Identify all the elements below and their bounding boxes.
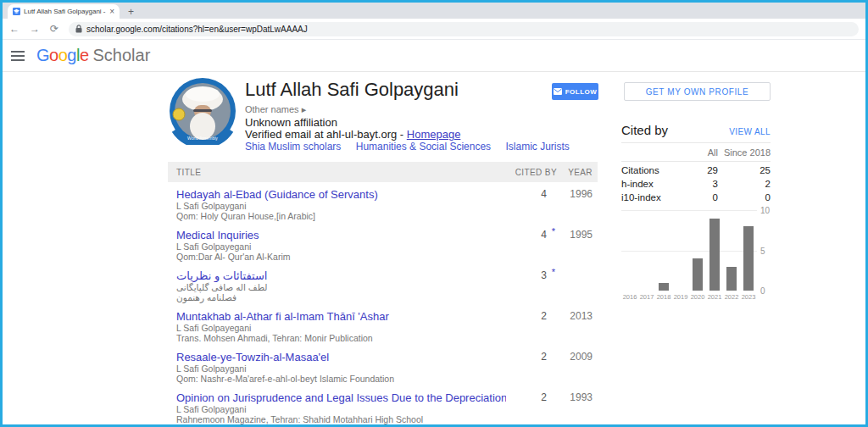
publication-cited-by-link[interactable]: 2 [506, 351, 557, 384]
forward-icon[interactable]: → [30, 23, 40, 35]
publication-authors: L Safi Golpayegani [176, 323, 506, 333]
publication-info: Opinion on Jurisprudence and Legal Issue… [168, 391, 506, 424]
publication-cited-by-link[interactable]: 4 [506, 188, 557, 221]
publication-title-link[interactable]: استفتائات و نظریات [176, 269, 506, 282]
view-all-link[interactable]: VIEW ALL [729, 127, 771, 136]
column-title[interactable]: TITLE [168, 168, 506, 177]
h-index-row: h-index 3 2 [621, 175, 771, 189]
publication-title-link[interactable]: Resaale-ye-Towzih-al-Masaa'el [176, 351, 506, 363]
publication-authors: L Safi Golpayegani [176, 241, 506, 252]
publication-info: Medical Inquiries L Safi Golpayegani Qom… [168, 229, 506, 262]
other-names-link[interactable]: Other names ▸ [245, 104, 306, 115]
label-link[interactable]: Islamic Jurists [505, 141, 569, 152]
stat-all: 29 [680, 165, 718, 175]
google-scholar-logo[interactable]: Google [36, 46, 89, 65]
publication-venue: Qom:Dar Al- Qur'an Al-Karim [176, 252, 506, 262]
publication-cited-by-link[interactable]: 3* [506, 269, 557, 302]
chart-year-label: 2020 [689, 293, 706, 301]
chart-y-tick: 0 [760, 286, 765, 296]
affiliation: Unknown affiliation [245, 116, 337, 129]
publication-authors: لطف اله صافی گلپایگانی [176, 282, 506, 292]
publication-title-link[interactable]: Muntakhab al-Athar fi al-Imam Thānī 'Ash… [176, 310, 506, 323]
stat-since: 0 [718, 192, 771, 202]
lock-icon [75, 25, 82, 33]
chart-year-label: 2018 [655, 293, 672, 301]
svg-text:World Assembly: World Assembly [187, 136, 218, 141]
publication-title-link[interactable]: Medical Inquiries [176, 229, 506, 241]
back-icon[interactable]: ← [9, 23, 19, 35]
citations-chart: 20162017201820192020202120222023 0510 [621, 210, 772, 303]
stat-all: 0 [680, 192, 718, 202]
profile-name: Lutf Allah Safi Golpaygani [245, 79, 459, 101]
col-all: All [680, 147, 718, 158]
publication-cited-by-link[interactable]: 2 [506, 391, 557, 424]
follow-label: FOLLOW [565, 88, 598, 96]
browser-tab[interactable]: Lutf Allah Safi Golpaygani - Goo × [8, 4, 120, 19]
publication-venue: Rahnemoon Magazine, Tehran: Shahid Motah… [176, 414, 506, 424]
cited-by-columns: All Since 2018 [621, 143, 771, 162]
publication-info: Muntakhab al-Athar fi al-Imam Thānī 'Ash… [168, 310, 506, 343]
cited-by-panel: Cited by VIEW ALL All Since 2018 Citatio… [621, 123, 771, 202]
homepage-link[interactable]: Homepage [407, 128, 461, 141]
chart-year-label: 2023 [740, 293, 757, 301]
publication-row: Opinion on Jurisprudence and Legal Issue… [168, 388, 598, 427]
chart-year-label: 2019 [672, 293, 689, 301]
publication-year: 1995 [557, 229, 598, 262]
chart-bar[interactable] [740, 226, 757, 291]
chart-y-tick: 10 [760, 206, 770, 215]
tab-title: Lutf Allah Safi Golpaygani - Goo [24, 8, 106, 15]
publication-title-link[interactable]: Hedayah al-Ebad (Guidance of Servants) [176, 188, 506, 201]
column-cited-by[interactable]: CITED BY [506, 168, 557, 177]
tab-strip: Lutf Allah Safi Golpaygani - Goo × + [3, 3, 865, 19]
publication-title-link[interactable]: Opinion on Jurisprudence and Legal Issue… [176, 391, 506, 404]
new-tab-button[interactable]: + [128, 6, 134, 19]
publication-year: 1996 [557, 188, 598, 221]
publication-row: استفتائات و نظریات لطف اله صافی گلپایگان… [168, 266, 598, 307]
publications-header: TITLE CITED BY YEAR [168, 162, 598, 182]
citation-chart-plot [621, 210, 757, 291]
refresh-icon[interactable]: ⟳ [50, 23, 58, 35]
avatar[interactable]: World Assembly [169, 77, 236, 145]
url-text: scholar.google.com/citations?hl=en&user=… [86, 25, 308, 34]
follow-button[interactable]: FOLLOW [552, 83, 598, 100]
citations-row: Citations 29 25 [621, 162, 771, 175]
col-since: Since 2018 [718, 147, 771, 158]
publication-venue: Qom: Holy Quran House,[in Arabic] [176, 211, 506, 221]
chart-bar[interactable] [655, 283, 672, 291]
stat-since: 25 [718, 165, 771, 175]
label-link[interactable]: Shia Muslim scholars [245, 141, 341, 152]
chart-bar[interactable] [689, 258, 706, 291]
chart-bar[interactable] [706, 219, 723, 291]
menu-icon[interactable] [11, 48, 25, 64]
chart-bars [621, 210, 757, 291]
publication-authors: L Safi Golpaygani [176, 201, 506, 211]
scholar-logo-text: Scholar [93, 46, 151, 65]
publication-info: Hedayah al-Ebad (Guidance of Servants) L… [168, 188, 506, 221]
column-year[interactable]: YEAR [557, 168, 598, 177]
envelope-icon [554, 88, 562, 95]
i10-index-row: i10-index 0 0 [621, 189, 771, 202]
scholar-header: Google Scholar [3, 40, 865, 72]
stat-label: Citations [621, 165, 680, 175]
publication-year: 2013 [557, 310, 598, 343]
publication-cited-by-link[interactable]: 2 [506, 310, 557, 343]
get-my-own-profile-button[interactable]: GET MY OWN PROFILE [624, 82, 771, 101]
stat-label: i10-index [621, 192, 680, 202]
chart-y-tick: 5 [760, 247, 765, 256]
chart-year-label: 2021 [706, 293, 723, 301]
chart-year-labels: 20162017201820192020202120222023 [621, 293, 757, 301]
publication-row: Hedayah al-Ebad (Guidance of Servants) L… [168, 185, 598, 225]
email-text: Verified email at ahl-ul-bayt.org - [245, 128, 407, 141]
cited-by-title: Cited by [621, 123, 668, 137]
interest-labels: Shia Muslim scholars Humanities & Social… [245, 141, 581, 152]
scholar-favicon-icon [13, 8, 20, 15]
address-bar[interactable]: scholar.google.com/citations?hl=en&user=… [69, 22, 859, 36]
browser-toolbar: ← → ⟳ scholar.google.com/citations?hl=en… [3, 19, 865, 40]
tab-close-icon[interactable]: × [109, 8, 114, 15]
label-link[interactable]: Humanities & Social Sciences [356, 141, 491, 152]
publication-row: Muntakhab al-Athar fi al-Imam Thānī 'Ash… [168, 307, 598, 347]
publication-authors: L Safi Golpaygani [176, 363, 506, 374]
publication-cited-by-link[interactable]: 4* [506, 229, 557, 262]
chart-bar[interactable] [723, 267, 740, 291]
publication-info: استفتائات و نظریات لطف اله صافی گلپایگان… [168, 269, 506, 302]
